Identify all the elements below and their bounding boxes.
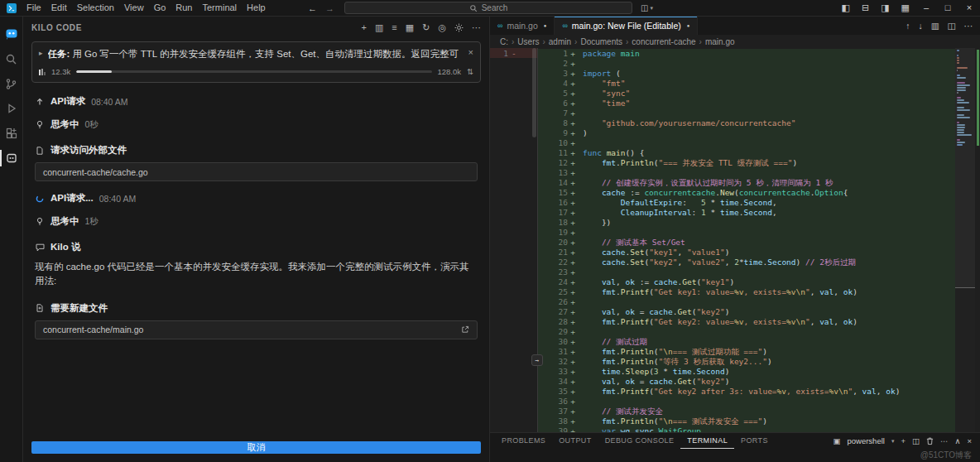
panel-tab-problems[interactable]: PROBLEMS xyxy=(495,433,552,449)
split-terminal-icon[interactable]: ◫ xyxy=(912,436,920,445)
code-line[interactable]: 14+ // 创建缓存实例，设置默认过期时间为 5 秒，清理间隔为 1 秒 xyxy=(538,178,980,188)
back-icon[interactable]: ← xyxy=(308,3,317,13)
code-line[interactable]: 21+ cache.Set("key1", "value1") xyxy=(538,248,980,257)
menu-run[interactable]: Run xyxy=(171,0,197,16)
minimap[interactable] xyxy=(955,48,975,432)
breadcrumb-item[interactable]: admin xyxy=(549,37,571,46)
code-line[interactable]: 26+ xyxy=(538,297,980,307)
code-line[interactable]: 28+ fmt.Printf("Get key2: value=%v, exis… xyxy=(538,317,980,327)
maximize-button[interactable]: □ xyxy=(937,0,958,16)
extensions-icon[interactable] xyxy=(0,121,23,146)
code-line[interactable]: 27+ val, ok = cache.Get("key2") xyxy=(538,307,980,317)
code-line[interactable]: 33+ time.Sleep(3 * time.Second) xyxy=(538,367,980,377)
code-line[interactable]: 6+ "time" xyxy=(538,99,980,108)
timeline-item[interactable]: Kilo 说 xyxy=(35,241,478,253)
toggle-secondary-sidebar-icon[interactable]: ◨ xyxy=(875,2,895,13)
code-line[interactable]: 15+ cache := concurrentcache.New(concurr… xyxy=(538,188,980,198)
customize-layout-icon[interactable]: ▦ xyxy=(896,2,915,13)
code-line[interactable]: 12+ fmt.Println("=== 并发安全 TTL 缓存测试 ===") xyxy=(538,158,980,168)
code-line[interactable]: 2+ xyxy=(538,59,980,69)
panel-tab-output[interactable]: OUTPUT xyxy=(552,433,598,449)
menu-go[interactable]: Go xyxy=(149,0,171,16)
menu-file[interactable]: File xyxy=(22,0,46,16)
breadcrumb-item[interactable]: C: xyxy=(500,37,508,46)
code-line[interactable]: 29+ xyxy=(538,327,980,337)
code-line[interactable]: 17+ CleanupInterval: 1 * time.Second, xyxy=(538,208,980,218)
breadcrumb-item[interactable]: concurrent-cache xyxy=(632,37,695,46)
code-line[interactable]: 38+ fmt.Println("\n=== 测试并发安全 ===") xyxy=(538,416,980,426)
code-line[interactable]: 18+ }) xyxy=(538,218,980,228)
code-line[interactable]: 24+ val, ok := cache.Get("key1") xyxy=(538,277,980,287)
mcp-grid-icon[interactable]: ▦ xyxy=(406,22,414,33)
code-line[interactable]: 9+) xyxy=(538,128,980,138)
cancel-button[interactable]: 取消 xyxy=(31,441,481,454)
profile-icon[interactable]: ◎ xyxy=(438,22,446,33)
expand-context-icon[interactable]: ⇅ xyxy=(467,67,473,76)
panel-tab-debug-console[interactable]: DEBUG CONSOLE xyxy=(598,433,681,449)
run-debug-icon[interactable] xyxy=(0,96,23,121)
more-actions-icon[interactable]: ⋯ xyxy=(472,22,481,33)
menu-terminal[interactable]: Terminal xyxy=(198,0,243,16)
code-line[interactable]: 22+ cache.Set("key2", "value2", 2*time.S… xyxy=(538,257,980,267)
panel-tab-terminal[interactable]: TERMINAL xyxy=(680,433,734,449)
code-line[interactable]: 1+package main xyxy=(538,49,980,59)
menu-selection[interactable]: Selection xyxy=(72,0,119,16)
file-chip[interactable]: concurrent-cache/cache.go xyxy=(35,162,478,181)
file-chip[interactable]: concurrent-cache/main.go xyxy=(35,320,478,339)
new-task-icon[interactable]: + xyxy=(362,22,367,32)
maximize-panel-icon[interactable]: ∧ xyxy=(954,436,960,445)
minimap-slider[interactable] xyxy=(955,48,975,288)
editor-tab[interactable]: ∞main.go● xyxy=(490,17,555,35)
scrollbar[interactable] xyxy=(975,48,980,432)
toggle-panel-icon[interactable]: ⊟ xyxy=(856,2,875,13)
search-view-icon[interactable] xyxy=(0,46,23,71)
breadcrumb-item[interactable]: Users xyxy=(517,37,539,46)
diff-nav-arrow-icon[interactable]: → xyxy=(531,354,543,366)
menu-view[interactable]: View xyxy=(119,0,149,16)
breadcrumb-item[interactable]: main.go xyxy=(705,37,735,46)
timeline-item[interactable]: 思考中0秒 xyxy=(35,118,478,131)
breadcrumb-item[interactable]: Documents xyxy=(580,37,622,46)
search-input[interactable]: Search xyxy=(344,2,632,14)
columns-icon[interactable]: ▥ xyxy=(375,22,383,33)
source-control-icon[interactable] xyxy=(0,71,23,96)
kill-terminal-icon[interactable] xyxy=(926,437,934,445)
code-line[interactable]: 13+ xyxy=(538,168,980,178)
code-line[interactable]: 36+ xyxy=(538,397,980,407)
timeline-item[interactable]: API请求08:40 AM xyxy=(35,95,478,108)
more-actions-icon[interactable]: ⋯ xyxy=(940,436,949,445)
minimize-button[interactable]: – xyxy=(915,0,937,16)
menu-edit[interactable]: Edit xyxy=(46,0,72,16)
code-line[interactable]: 32+ fmt.Println("等待 3 秒后获取 key2...") xyxy=(538,357,980,367)
close-button[interactable]: × xyxy=(958,0,980,16)
code-line[interactable]: 3+import ( xyxy=(538,69,980,79)
code-line[interactable]: 16+ DefaultExpire: 5 * time.Second, xyxy=(538,198,980,208)
code-line[interactable]: 30+ // 测试过期 xyxy=(538,337,980,347)
more-actions-icon[interactable]: ⋯ xyxy=(964,21,973,31)
close-panel-icon[interactable]: × xyxy=(967,436,972,445)
code-line[interactable]: 34+ val, ok = cache.Get("key2") xyxy=(538,377,980,387)
code-line[interactable]: 7+ xyxy=(538,108,980,118)
code-line[interactable]: 31+ fmt.Println("\n=== 测试过期功能 ===") xyxy=(538,347,980,357)
code-line[interactable]: 11+func main() { xyxy=(538,148,980,158)
close-task-icon[interactable]: × xyxy=(468,47,473,57)
menu-help[interactable]: Help xyxy=(242,0,271,16)
open-external-icon[interactable] xyxy=(461,325,469,334)
code-line[interactable]: 8+ "github.com/yourusername/concurrentca… xyxy=(538,118,980,128)
settings-gear-icon[interactable] xyxy=(454,23,464,32)
code-line[interactable]: 19+ xyxy=(538,228,980,238)
timeline-item[interactable]: 思考中1秒 xyxy=(35,215,478,228)
timeline-item[interactable]: 需要新建文件 xyxy=(35,302,478,315)
prev-change-icon[interactable]: ↑ xyxy=(906,21,910,31)
next-change-icon[interactable]: ↓ xyxy=(918,21,922,31)
code-line[interactable]: 20+ // 测试基本 Set/Get xyxy=(538,238,980,248)
code-line[interactable]: 37+ // 测试并发安全 xyxy=(538,407,980,416)
history-icon[interactable]: ↻ xyxy=(422,22,430,33)
forward-icon[interactable]: → xyxy=(325,3,334,13)
code-line[interactable]: 5+ "sync" xyxy=(538,89,980,99)
collapse-chevron-icon[interactable]: ▸ xyxy=(39,49,43,57)
open-layout-button[interactable]: ◫▾ xyxy=(641,3,653,12)
toggle-primary-sidebar-icon[interactable]: ◧ xyxy=(836,2,856,13)
kilo-view-icon[interactable] xyxy=(0,146,23,171)
split-editor-icon[interactable]: ◫ xyxy=(948,21,956,31)
